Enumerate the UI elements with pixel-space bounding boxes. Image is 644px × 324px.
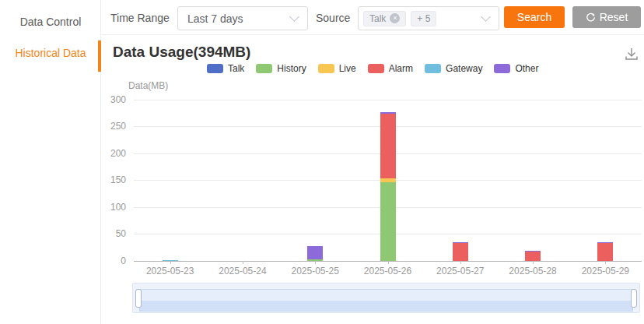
legend-label: Talk (228, 63, 244, 74)
legend-swatch (256, 64, 272, 73)
sidebar-item-label: Data Control (20, 16, 82, 28)
time-range-label: Time Range (110, 12, 170, 24)
chart-legend: TalkHistoryLiveAlarmGatewayOther (207, 63, 550, 74)
data-usage-dashboard: Data Control Historical Data Time Range … (0, 0, 644, 324)
gridline (134, 100, 642, 100)
legend-swatch (318, 64, 334, 73)
bar-segment-alarm[interactable] (597, 243, 613, 261)
x-tick-mark (388, 261, 389, 264)
active-indicator (98, 40, 101, 72)
x-tick-label: 2025-05-26 (364, 266, 411, 276)
bar-segment-alarm[interactable] (453, 243, 468, 261)
x-tick-mark (605, 261, 606, 264)
time-range-select[interactable]: Last 7 days (177, 6, 308, 30)
legend-swatch (368, 64, 384, 73)
x-tick-mark (460, 261, 461, 264)
y-tick-label: 50 (100, 228, 126, 239)
bar-segment-other[interactable] (525, 251, 541, 252)
datazoom-selected-range[interactable] (139, 289, 633, 312)
legend-swatch (494, 64, 510, 73)
bar-segment-other[interactable] (597, 242, 613, 243)
legend-item-live[interactable]: Live (318, 63, 356, 74)
source-tag-more-count: + 5 (411, 11, 436, 26)
source-tags: Talk × + 5 (359, 11, 482, 26)
x-tick-label: 2025-05-24 (219, 266, 266, 276)
bar-segment-other[interactable] (307, 246, 323, 259)
bar-segment-other[interactable] (380, 112, 396, 114)
datazoom-left-handle[interactable] (135, 289, 142, 308)
source-tag-talk: Talk × (363, 11, 406, 26)
bar-segment-history[interactable] (307, 259, 323, 261)
bar-segment-history[interactable] (380, 182, 396, 261)
x-tick-label: 2025-05-28 (509, 266, 556, 276)
sidebar-item-label: Historical Data (15, 47, 86, 59)
source-select[interactable]: Talk × + 5 (358, 6, 499, 30)
reset-button-label: Reset (600, 11, 628, 23)
refresh-icon (586, 12, 596, 23)
bar-segment-alarm[interactable] (525, 252, 541, 261)
y-axis-name: Data(MB) (128, 80, 168, 91)
x-tick-label: 2025-05-27 (436, 266, 484, 276)
sidebar: Data Control Historical Data (0, 0, 101, 324)
datazoom-right-handle[interactable] (631, 289, 637, 308)
sidebar-item-data-control[interactable]: Data Control (0, 16, 101, 28)
y-tick-label: 150 (100, 174, 126, 185)
legend-item-gateway[interactable]: Gateway (425, 63, 482, 74)
bar-segment-gateway[interactable] (163, 260, 178, 261)
legend-item-history[interactable]: History (256, 63, 306, 74)
search-button-label: Search (517, 11, 551, 23)
legend-label: Other (515, 63, 538, 74)
y-tick-label: 0 (100, 255, 126, 266)
y-tick-label: 300 (100, 94, 126, 105)
legend-item-other[interactable]: Other (494, 63, 538, 74)
close-icon[interactable]: × (390, 13, 400, 23)
source-label: Source (316, 12, 350, 24)
x-tick-label: 2025-05-29 (582, 266, 629, 276)
bar-segment-alarm[interactable] (380, 114, 396, 178)
tag-label: + 5 (417, 13, 430, 24)
divider (102, 34, 644, 35)
legend-label: Gateway (446, 63, 482, 74)
bar-segment-live[interactable] (380, 178, 396, 182)
y-tick-label: 200 (100, 148, 126, 159)
datazoom-slider[interactable] (132, 283, 640, 313)
x-tick-mark (243, 261, 243, 264)
reset-button[interactable]: Reset (572, 6, 641, 28)
x-tick-label: 2025-05-25 (292, 266, 339, 276)
legend-item-alarm[interactable]: Alarm (368, 63, 413, 74)
chevron-down-icon (481, 12, 491, 22)
legend-swatch (207, 64, 223, 73)
legend-label: Alarm (389, 63, 413, 74)
tag-label: Talk (369, 13, 386, 24)
legend-swatch (425, 64, 441, 73)
x-tick-label: 2025-05-23 (146, 266, 194, 276)
chart-title: Data Usage(394MB) (113, 44, 250, 61)
y-tick-label: 100 (100, 202, 126, 213)
search-button[interactable]: Search (504, 6, 565, 28)
x-tick-mark (170, 261, 171, 264)
y-tick-label: 250 (100, 121, 126, 132)
legend-item-talk[interactable]: Talk (207, 63, 244, 74)
download-icon[interactable] (623, 46, 640, 63)
x-tick-mark (315, 261, 316, 264)
legend-label: Live (339, 63, 356, 74)
sidebar-item-historical-data[interactable]: Historical Data (0, 47, 101, 59)
legend-label: History (277, 63, 306, 74)
chevron-down-icon (289, 12, 299, 22)
time-range-value: Last 7 days (178, 12, 291, 25)
x-tick-mark (533, 261, 534, 264)
bar-segment-other[interactable] (453, 242, 468, 243)
